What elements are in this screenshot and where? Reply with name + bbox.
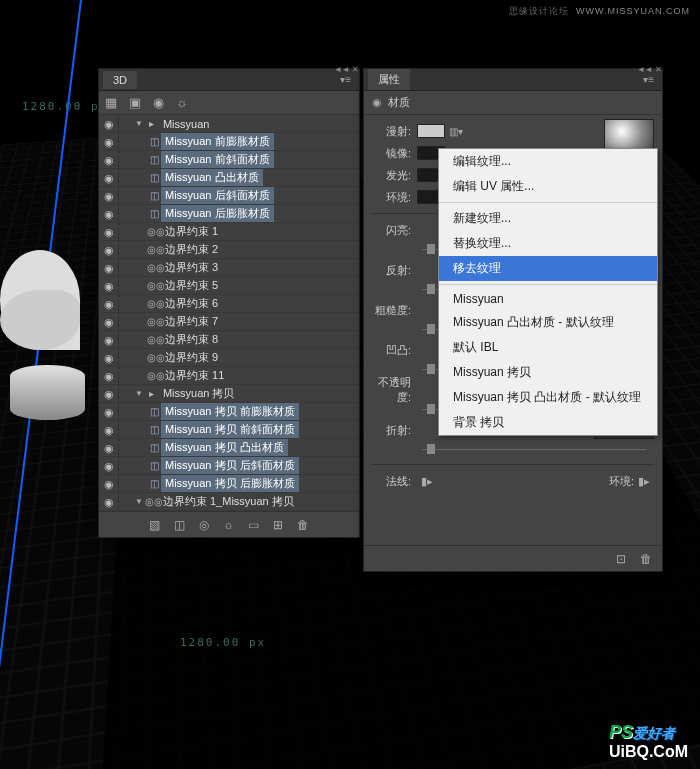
footer-render-icon[interactable]: ▭ bbox=[248, 518, 259, 532]
panel-menu-icon[interactable]: ▾≡ bbox=[336, 72, 355, 87]
visibility-icon[interactable]: ◉ bbox=[99, 403, 119, 421]
layer-row[interactable]: ◉◎边界约束 5 bbox=[99, 277, 359, 295]
disclosure-arrow[interactable]: ▼ bbox=[133, 497, 145, 506]
layer-label: Missyuan 拷贝 bbox=[159, 386, 235, 401]
filter-mesh-icon[interactable]: ▣ bbox=[129, 95, 141, 110]
layer-row[interactable]: ◉◎边界约束 8 bbox=[99, 331, 359, 349]
layer-row[interactable]: ◉◫Missyuan 后膨胀材质 bbox=[99, 205, 359, 223]
panel-collapse-icon[interactable]: ◄◄ ✕ bbox=[334, 65, 359, 74]
filter-light-icon[interactable]: ☼ bbox=[176, 95, 188, 110]
layer-row[interactable]: ◉◎边界约束 11 bbox=[99, 367, 359, 385]
visibility-icon[interactable]: ◉ bbox=[99, 421, 119, 439]
disclosure-arrow[interactable]: ▼ bbox=[133, 389, 145, 398]
visibility-icon[interactable]: ◉ bbox=[99, 349, 119, 367]
layer-row[interactable]: ◉◫Missyuan 拷贝 后膨胀材质 bbox=[99, 475, 359, 493]
menu-item[interactable]: Missyuan 拷贝 凸出材质 - 默认纹理 bbox=[439, 385, 657, 410]
panel-menu-icon[interactable]: ▾≡ bbox=[639, 72, 658, 87]
visibility-icon[interactable]: ◉ bbox=[99, 385, 119, 403]
panel-collapse-icon[interactable]: ◄◄ ✕ bbox=[637, 65, 662, 74]
tab-3d[interactable]: 3D bbox=[103, 71, 137, 89]
material-icon: ◫ bbox=[147, 208, 161, 219]
visibility-icon[interactable]: ◉ bbox=[99, 241, 119, 259]
prop-normal-env: 法线: ▮▸ 环境: ▮▸ bbox=[372, 471, 654, 491]
visibility-icon[interactable]: ◉ bbox=[99, 259, 119, 277]
layer-label: Missyuan 前膨胀材质 bbox=[161, 133, 274, 150]
layer-row[interactable]: ◉▼◎边界约束 1_Missyuan 拷贝 bbox=[99, 493, 359, 511]
env-folder-icon[interactable]: ▮▸ bbox=[634, 475, 654, 488]
menu-item[interactable]: Missyuan bbox=[439, 288, 657, 310]
visibility-icon[interactable]: ◉ bbox=[99, 295, 119, 313]
footer-new-icon[interactable]: ⊞ bbox=[273, 518, 283, 532]
layer-row[interactable]: ◉◫Missyuan 后斜面材质 bbox=[99, 187, 359, 205]
visibility-icon[interactable]: ◉ bbox=[99, 439, 119, 457]
layer-row[interactable]: ◉◎边界约束 9 bbox=[99, 349, 359, 367]
menu-item[interactable]: 移去纹理 bbox=[439, 256, 657, 281]
visibility-icon[interactable]: ◉ bbox=[99, 151, 119, 169]
layer-row[interactable]: ◉◎边界约束 2 bbox=[99, 241, 359, 259]
footer-cube-icon[interactable]: ◫ bbox=[174, 518, 185, 532]
visibility-icon[interactable]: ◉ bbox=[99, 205, 119, 223]
menu-item[interactable]: 背景 拷贝 bbox=[439, 410, 657, 435]
footer-delete-icon[interactable]: 🗑 bbox=[297, 518, 309, 532]
visibility-icon[interactable]: ◉ bbox=[99, 475, 119, 493]
menu-item[interactable]: 默认 IBL bbox=[439, 335, 657, 360]
footer-pict-icon[interactable]: ▧ bbox=[149, 518, 160, 532]
menu-item[interactable]: 编辑 UV 属性... bbox=[439, 174, 657, 199]
layer-row[interactable]: ◉◫Missyuan 凸出材质 bbox=[99, 169, 359, 187]
panel-3d: ◄◄ ✕ 3D ▾≡ ▦ ▣ ◉ ☼ ◉▼▸Missyuan◉◫Missyuan… bbox=[98, 68, 360, 538]
layer-row[interactable]: ◉◫Missyuan 前斜面材质 bbox=[99, 151, 359, 169]
visibility-icon[interactable]: ◉ bbox=[99, 313, 119, 331]
menu-item[interactable]: Missyuan 拷贝 bbox=[439, 360, 657, 385]
menu-item[interactable]: 编辑纹理... bbox=[439, 149, 657, 174]
reflect-label: 反射: bbox=[372, 263, 417, 278]
layer-row[interactable]: ◉◎边界约束 7 bbox=[99, 313, 359, 331]
layer-row[interactable]: ◉◫Missyuan 拷贝 前斜面材质 bbox=[99, 421, 359, 439]
visibility-icon[interactable]: ◉ bbox=[99, 169, 119, 187]
visibility-icon[interactable]: ◉ bbox=[99, 187, 119, 205]
layer-label: Missyuan 拷贝 前斜面材质 bbox=[161, 421, 299, 438]
menu-item[interactable]: 替换纹理... bbox=[439, 231, 657, 256]
footer-sphere-icon[interactable]: ◎ bbox=[199, 518, 209, 532]
filter-material-icon[interactable]: ◉ bbox=[153, 95, 164, 110]
disclosure-arrow[interactable]: ▼ bbox=[133, 119, 145, 128]
layer-list[interactable]: ◉▼▸Missyuan◉◫Missyuan 前膨胀材质◉◫Missyuan 前斜… bbox=[99, 115, 359, 511]
normal-folder-icon[interactable]: ▮▸ bbox=[417, 475, 437, 488]
material-icon: ◫ bbox=[147, 136, 161, 147]
visibility-icon[interactable]: ◉ bbox=[99, 115, 119, 133]
visibility-icon[interactable]: ◉ bbox=[99, 133, 119, 151]
layer-row[interactable]: ◉◎边界约束 6 bbox=[99, 295, 359, 313]
footer-delete-icon[interactable]: 🗑 bbox=[640, 552, 652, 566]
dimension-label: 1280.00 px bbox=[22, 100, 108, 113]
panel-props-footer: ⊡ 🗑 bbox=[364, 545, 662, 571]
footer-light-icon[interactable]: ☼ bbox=[223, 518, 234, 532]
refract-slider[interactable] bbox=[372, 442, 654, 458]
visibility-icon[interactable]: ◉ bbox=[99, 367, 119, 385]
menu-item[interactable]: 新建纹理... bbox=[439, 206, 657, 231]
layer-row[interactable]: ◉▼▸Missyuan 拷贝 bbox=[99, 385, 359, 403]
visibility-icon[interactable]: ◉ bbox=[99, 493, 119, 511]
constraint-icon: ◎ bbox=[147, 298, 161, 309]
layer-row[interactable]: ◉◎边界约束 3 bbox=[99, 259, 359, 277]
layer-row[interactable]: ◉◫Missyuan 拷贝 前膨胀材质 bbox=[99, 403, 359, 421]
filter-scene-icon[interactable]: ▦ bbox=[105, 95, 117, 110]
material-icon: ◫ bbox=[147, 190, 161, 201]
material-icon: ◫ bbox=[147, 172, 161, 183]
visibility-icon[interactable]: ◉ bbox=[99, 277, 119, 295]
visibility-icon[interactable]: ◉ bbox=[99, 457, 119, 475]
visibility-icon[interactable]: ◉ bbox=[99, 223, 119, 241]
visibility-icon[interactable]: ◉ bbox=[99, 331, 119, 349]
layer-row[interactable]: ◉◫Missyuan 前膨胀材质 bbox=[99, 133, 359, 151]
constraint-icon: ◎ bbox=[147, 316, 161, 327]
tab-properties[interactable]: 属性 bbox=[368, 69, 410, 90]
layer-label: 边界约束 11 bbox=[161, 368, 224, 383]
diffuse-swatch[interactable] bbox=[417, 124, 445, 138]
footer-new-icon[interactable]: ⊡ bbox=[616, 552, 626, 566]
layer-row[interactable]: ◉▼▸Missyuan bbox=[99, 115, 359, 133]
layer-row[interactable]: ◉◫Missyuan 拷贝 凸出材质 bbox=[99, 439, 359, 457]
menu-item[interactable]: Missyuan 凸出材质 - 默认纹理 bbox=[439, 310, 657, 335]
layer-row[interactable]: ◉◎边界约束 1 bbox=[99, 223, 359, 241]
material-icon: ◫ bbox=[147, 424, 161, 435]
diffuse-texture-icon[interactable]: ▥▾ bbox=[445, 126, 467, 137]
env-label: 环境: bbox=[609, 474, 634, 489]
layer-row[interactable]: ◉◫Missyuan 拷贝 后斜面材质 bbox=[99, 457, 359, 475]
